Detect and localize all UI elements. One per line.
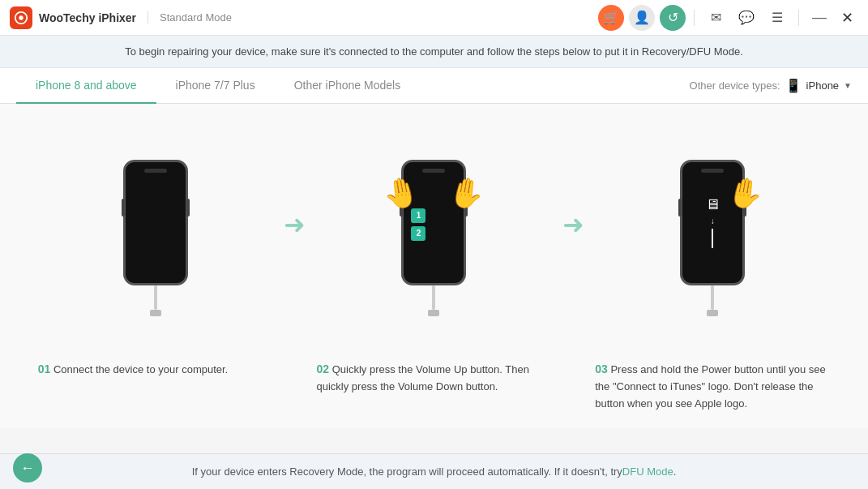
step-2-cable [432, 285, 435, 310]
separator [694, 10, 695, 26]
step-3-visual: 🤚 🖥 ↓ [595, 128, 830, 347]
dfu-mode-link[interactable]: DFU Mode [622, 465, 673, 478]
step-3: 🤚 🖥 ↓ [595, 128, 830, 412]
step-2-num: 02 [316, 362, 329, 375]
step-2-connector [428, 310, 439, 316]
cable-line [712, 229, 713, 248]
device-selector-label: Other device types: [690, 79, 780, 92]
step-1-desc: 01 Connect the device to your computer. [38, 360, 273, 379]
page-wrapper: WooTechy iPhixer Standard Mode 🛒 👤 ↺ ✉ 💬… [0, 0, 868, 489]
instruction-bar: To begin repairing your device, make sur… [0, 36, 868, 68]
step-1-connector [150, 310, 161, 316]
arrow-2: ➜ [562, 128, 584, 240]
refresh-icon-btn[interactable]: ↺ [660, 5, 686, 31]
menu-icon-btn[interactable]: ☰ [764, 5, 790, 31]
step-1: 01 Connect the device to your computer. [38, 128, 273, 379]
minimize-btn[interactable]: — [807, 9, 832, 26]
app-name: WooTechy iPhixer [39, 11, 136, 24]
step-3-connector [707, 310, 718, 316]
step-1-num: 01 [38, 362, 51, 375]
tabs-bar: iPhone 8 and above iPhone 7/7 Plus Other… [0, 68, 868, 104]
step-3-cable [711, 285, 714, 310]
titlebar-icons: 🛒 👤 ↺ ✉ 💬 ☰ — ✕ [598, 5, 858, 31]
step-2-text: Quickly press the Volume Up button. Then… [316, 363, 528, 392]
user-icon-btn[interactable]: 👤 [629, 5, 655, 31]
step-3-num: 03 [595, 362, 608, 375]
step-3-right-hand: 🤚 [724, 173, 766, 212]
chat-icon-btn[interactable]: 💬 [733, 5, 759, 31]
arrow-1: ➜ [284, 128, 306, 240]
step-2-badge-1: 1 [411, 208, 425, 223]
svg-point-1 [19, 15, 23, 19]
step-2-right-hand: 🤚 [445, 173, 487, 212]
left-side-btn [122, 199, 125, 217]
right-side-btn [186, 199, 190, 217]
app-mode: Standard Mode [148, 11, 232, 24]
dropdown-arrow-icon: ▼ [844, 81, 852, 90]
back-button[interactable]: ← [13, 453, 42, 483]
device-phone-icon: 📱 [785, 78, 802, 93]
instruction-text: To begin repairing your device, make sur… [125, 45, 743, 58]
arrow-down-icon: ↓ [711, 217, 715, 225]
device-selector[interactable]: Other device types: 📱 iPhone ▼ [690, 78, 852, 93]
step-2: 🤚 🤚 1 2 [316, 128, 551, 396]
mail-icon-btn[interactable]: ✉ [703, 5, 729, 31]
left-side-btn-3 [678, 199, 682, 217]
separator2 [798, 10, 799, 26]
bottom-bar: ← If your device enters Recovery Mode, t… [0, 453, 868, 489]
step-2-left-hand: 🤚 [381, 173, 423, 212]
step-1-text: Connect the device to your computer. [53, 363, 228, 375]
step-2-desc: 02 Quickly press the Volume Up button. T… [316, 360, 551, 396]
shop-icon-btn[interactable]: 🛒 [598, 5, 624, 31]
itunes-monitor-icon: 🖥 [705, 196, 720, 213]
step-1-cable [154, 285, 157, 310]
steps-area: 01 Connect the device to your computer. … [0, 104, 868, 428]
step-3-text: Press and hold the Power button until yo… [595, 363, 825, 410]
titlebar: WooTechy iPhixer Standard Mode 🛒 👤 ↺ ✉ 💬… [0, 0, 868, 36]
step-1-phone [123, 160, 188, 285]
step-2-visual: 🤚 🤚 1 2 [316, 128, 551, 347]
app-logo [10, 6, 32, 29]
bottom-text-before: If your device enters Recovery Mode, the… [192, 465, 622, 478]
itunes-screen-content: 🖥 ↓ [705, 196, 720, 248]
step-3-desc: 03 Press and hold the Power button until… [595, 360, 830, 412]
tab-other-iphone[interactable]: Other iPhone Models [275, 68, 421, 104]
step-1-visual [38, 128, 273, 347]
step-2-badge-2: 2 [411, 226, 425, 241]
close-btn[interactable]: ✕ [836, 9, 858, 27]
bottom-text-after: . [673, 465, 677, 478]
device-selector-value: iPhone [806, 79, 839, 92]
tab-iphone8[interactable]: iPhone 8 and above [16, 68, 156, 104]
tab-iphone7[interactable]: iPhone 7/7 Plus [156, 68, 275, 104]
